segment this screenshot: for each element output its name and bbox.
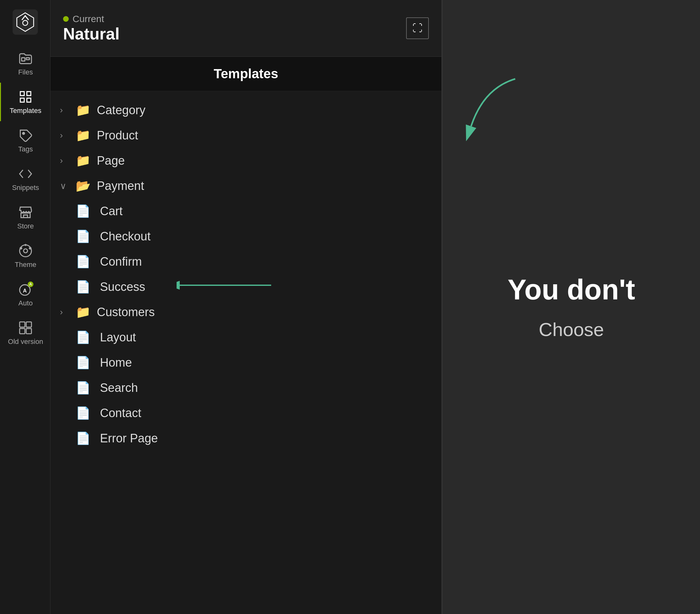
cart-file[interactable]: 📄 Cart <box>50 198 441 224</box>
file-icon: 📄 <box>76 381 90 395</box>
main-content-inner: You don't Choose <box>508 273 635 341</box>
folder-icon: 📁 <box>76 128 90 142</box>
checkout-file[interactable]: 📄 Checkout <box>50 224 441 249</box>
svg-point-9 <box>25 244 26 246</box>
sidebar-item-templates[interactable]: Templates <box>0 83 50 121</box>
app-logo[interactable] <box>10 6 41 38</box>
svg-point-4 <box>23 133 25 134</box>
search-file[interactable]: 📄 Search <box>50 375 441 401</box>
product-folder[interactable]: › 📁 Product <box>50 123 441 148</box>
svg-rect-12 <box>20 322 25 327</box>
templates-panel: Current Natural ⛶ Templates › 📁 Category… <box>50 0 441 614</box>
sidebar-item-store-label: Store <box>17 222 34 230</box>
sidebar-item-theme[interactable]: Theme <box>0 237 50 275</box>
theme-header: Current Natural ⛶ <box>50 0 441 57</box>
folder-icon: 📁 <box>76 103 90 117</box>
sidebar-item-files[interactable]: Files <box>0 44 50 83</box>
error-page-label: Error Page <box>100 432 158 445</box>
search-label: Search <box>100 381 138 395</box>
file-icon: 📄 <box>76 280 90 294</box>
svg-point-7 <box>29 247 31 249</box>
contact-file[interactable]: 📄 Contact <box>50 401 441 426</box>
status-dot <box>63 16 69 22</box>
svg-rect-2 <box>22 58 25 61</box>
chevron-right-icon: › <box>60 105 70 115</box>
category-folder[interactable]: › 📁 Category <box>50 98 441 123</box>
current-label: Current <box>63 14 120 24</box>
sidebar-item-tags-label: Tags <box>18 145 33 154</box>
theme-info: Current Natural <box>63 14 120 43</box>
error-page-file[interactable]: 📄 Error Page <box>50 426 441 451</box>
svg-rect-13 <box>26 322 32 327</box>
templates-list: › 📁 Category › 📁 Product › 📁 Page ∨ 📂 Pa… <box>50 91 441 614</box>
contact-label: Contact <box>100 406 141 420</box>
sidebar-item-store[interactable]: Store <box>0 198 50 237</box>
svg-point-8 <box>20 247 22 249</box>
svg-rect-15 <box>26 329 32 334</box>
sidebar-item-snippets[interactable]: Snippets <box>0 160 50 198</box>
sidebar-item-snippets-label: Snippets <box>12 184 39 192</box>
you-dont-text: You don't <box>508 273 635 306</box>
page-folder[interactable]: › 📁 Page <box>50 148 441 173</box>
home-file[interactable]: 📄 Home <box>50 350 441 375</box>
file-icon: 📄 <box>76 204 90 218</box>
cart-label: Cart <box>100 205 123 218</box>
theme-name: Natural <box>63 24 120 43</box>
templates-arrow-annotation <box>452 63 547 158</box>
sidebar: Files Templates Tags Snippets Store <box>0 0 50 614</box>
sidebar-item-files-label: Files <box>18 68 33 76</box>
layout-file[interactable]: 📄 Layout <box>50 325 441 350</box>
main-content: You don't Choose <box>443 0 700 614</box>
page-label: Page <box>97 154 125 168</box>
file-icon: 📄 <box>76 255 90 269</box>
svg-rect-14 <box>20 329 25 334</box>
svg-rect-3 <box>26 58 29 60</box>
checkout-label: Checkout <box>100 230 151 243</box>
sidebar-item-old-version[interactable]: Old version <box>0 314 50 352</box>
chevron-right-icon: › <box>60 156 70 165</box>
layout-label: Layout <box>100 331 136 344</box>
folder-open-icon: 📂 <box>76 179 90 193</box>
templates-title: Templates <box>50 57 441 91</box>
file-icon: 📄 <box>76 229 90 243</box>
sidebar-item-auto[interactable]: A A Auto <box>0 275 50 314</box>
file-icon: 📄 <box>76 431 90 445</box>
sidebar-item-old-version-label: Old version <box>8 337 43 346</box>
svg-text:A: A <box>23 288 27 294</box>
payment-folder[interactable]: ∨ 📂 Payment <box>50 173 441 198</box>
customers-label: Customers <box>97 305 155 319</box>
sidebar-item-auto-label: Auto <box>18 299 33 307</box>
folder-icon: 📁 <box>76 305 90 319</box>
success-label: Success <box>100 280 145 294</box>
sidebar-item-tags[interactable]: Tags <box>0 121 50 160</box>
sidebar-item-theme-label: Theme <box>15 261 36 269</box>
success-file[interactable]: 📄 Success <box>50 274 441 299</box>
sidebar-item-templates-label: Templates <box>10 107 41 115</box>
home-label: Home <box>100 356 132 369</box>
confirm-file[interactable]: 📄 Confirm <box>50 249 441 274</box>
payment-label: Payment <box>97 179 144 193</box>
confirm-label: Confirm <box>100 255 142 269</box>
chevron-down-icon: ∨ <box>60 181 70 191</box>
success-arrow-annotation <box>177 277 277 293</box>
category-label: Category <box>97 103 145 117</box>
chevron-right-icon: › <box>60 130 70 140</box>
file-icon: 📄 <box>76 356 90 369</box>
folder-icon: 📁 <box>76 154 90 168</box>
file-icon: 📄 <box>76 330 90 344</box>
svg-point-5 <box>20 245 32 257</box>
file-icon: 📄 <box>76 406 90 420</box>
chevron-right-icon: › <box>60 307 70 317</box>
product-label: Product <box>97 129 138 142</box>
svg-point-6 <box>24 249 28 253</box>
customers-folder[interactable]: › 📁 Customers <box>50 299 441 325</box>
choose-text: Choose <box>539 319 604 341</box>
fullscreen-button[interactable]: ⛶ <box>406 17 429 39</box>
